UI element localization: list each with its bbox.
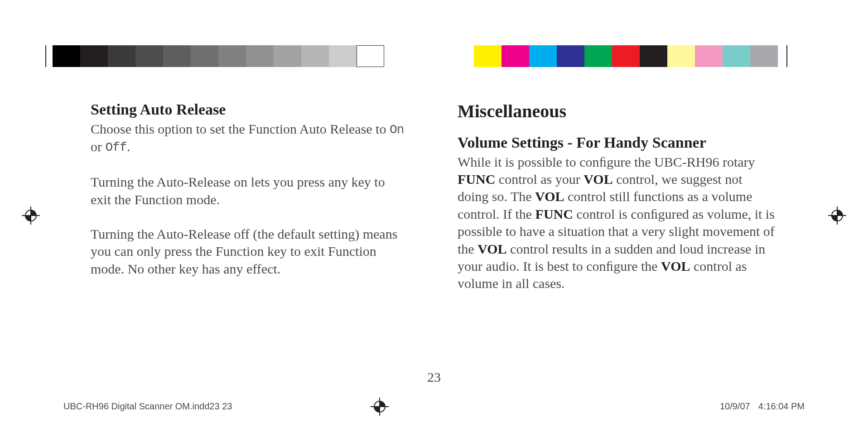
- color-swatch: [53, 45, 80, 67]
- section-heading: Volume Settings - For Handy Scanner: [458, 133, 775, 153]
- bold-term: FUNC: [458, 172, 495, 187]
- color-swatch: [135, 45, 163, 67]
- process-color-bar: [474, 45, 778, 67]
- print-proof-page: Setting Auto Release Choose this option …: [0, 0, 868, 432]
- color-swatch: [108, 45, 135, 67]
- color-swatch: [301, 45, 329, 67]
- slug-time: 4:16:04 PM: [758, 401, 805, 411]
- registration-mark-left-icon: [22, 206, 40, 225]
- bold-term: VOL: [535, 189, 564, 204]
- slug-date: 10/9/07: [720, 401, 750, 411]
- color-swatch: [357, 45, 384, 67]
- color-swatch: [274, 45, 301, 67]
- color-swatch: [584, 45, 612, 67]
- body-text: or: [91, 139, 106, 154]
- grayscale-color-bar: [53, 45, 384, 67]
- color-swatch: [191, 45, 218, 67]
- color-swatch: [640, 45, 667, 67]
- paragraph: While it is possible to conﬁgure the UBC…: [458, 154, 775, 293]
- color-swatch: [557, 45, 584, 67]
- left-column: Setting Auto Release Choose this option …: [91, 100, 408, 293]
- color-swatch: [329, 45, 357, 67]
- bold-term: FUNC: [535, 206, 573, 221]
- section-heading: Setting Auto Release: [91, 100, 408, 120]
- body-content: Setting Auto Release Choose this option …: [91, 100, 777, 293]
- color-swatch: [750, 45, 778, 67]
- color-swatch: [163, 45, 191, 67]
- slug-line: UBC-RH96 Digital Scanner OM.indd23 23 10…: [63, 401, 805, 412]
- color-swatch: [723, 45, 750, 67]
- paragraph: Turning the Auto-Release off (the defaul…: [91, 226, 408, 278]
- color-swatch: [612, 45, 640, 67]
- page-number: 23: [427, 370, 441, 385]
- color-swatch: [246, 45, 274, 67]
- color-bar-tick-icon: [45, 45, 46, 67]
- chapter-heading: Miscellaneous: [458, 100, 775, 123]
- bold-term: VOL: [583, 172, 612, 187]
- right-column: Miscellaneous Volume Settings - For Hand…: [458, 100, 775, 293]
- lcd-text-off: Off: [106, 139, 127, 156]
- bold-term: VOL: [477, 241, 506, 256]
- color-swatch: [218, 45, 246, 67]
- slug-timestamp: 10/9/074:16:04 PM: [712, 401, 805, 412]
- body-text: .: [127, 139, 130, 154]
- bold-term: VOL: [661, 259, 690, 274]
- body-text: Choose this option to set the Function A…: [91, 121, 390, 136]
- body-text: control as your: [495, 172, 583, 187]
- color-bar-tick-icon: [786, 45, 787, 67]
- lcd-text-on: On: [390, 122, 404, 138]
- registration-mark-right-icon: [828, 206, 846, 225]
- color-swatch: [80, 45, 108, 67]
- color-swatch: [667, 45, 695, 67]
- slug-filename: UBC-RH96 Digital Scanner OM.indd23 23: [63, 401, 232, 412]
- color-swatch: [502, 45, 529, 67]
- color-swatch: [695, 45, 723, 67]
- paragraph: Choose this option to set the Function A…: [91, 120, 408, 157]
- color-swatch: [474, 45, 502, 67]
- body-text: While it is possible to conﬁgure the UBC…: [458, 154, 755, 169]
- paragraph: Turning the Auto-Release on lets you pre…: [91, 173, 408, 208]
- color-swatch: [529, 45, 557, 67]
